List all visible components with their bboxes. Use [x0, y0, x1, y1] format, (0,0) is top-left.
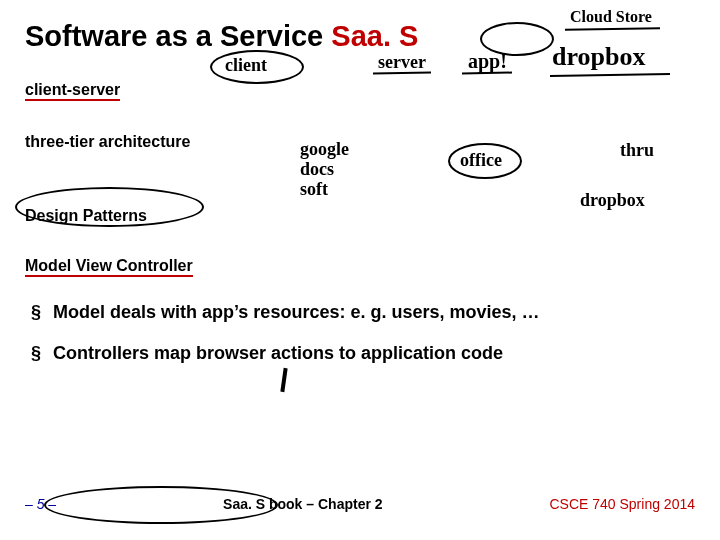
oval-annotation — [44, 486, 278, 524]
subhead-three-tier: three-tier architecture — [25, 133, 190, 151]
footer: – 5 – Saa. S book – Chapter 2 CSCE 740 S… — [25, 496, 695, 512]
subhead-client-server: client-server — [25, 81, 120, 101]
hand-google-docs: google docs soft — [300, 140, 349, 199]
hand-app: app! — [468, 50, 507, 73]
oval-annotation — [210, 50, 304, 84]
bullet-item: Controllers map browser actions to appli… — [53, 342, 695, 365]
hand-cloud-store: Cloud Store — [570, 8, 652, 26]
hand-dropbox: dropbox — [552, 42, 645, 72]
bullet-item: Model deals with app’s resources: e. g. … — [53, 301, 695, 324]
hand-thru: thru — [620, 140, 654, 161]
title-main: Software as a Service — [25, 20, 331, 52]
subhead-mvc: Model View Controller — [25, 257, 193, 277]
pen-stroke — [280, 368, 287, 392]
hand-server: server — [378, 52, 426, 73]
oval-annotation — [448, 143, 522, 179]
bullet-list: Model deals with app’s resources: e. g. … — [25, 301, 695, 364]
oval-annotation — [15, 187, 204, 227]
title-abbr: Saa. S — [331, 20, 418, 52]
footer-course: CSCE 740 Spring 2014 — [549, 496, 695, 512]
